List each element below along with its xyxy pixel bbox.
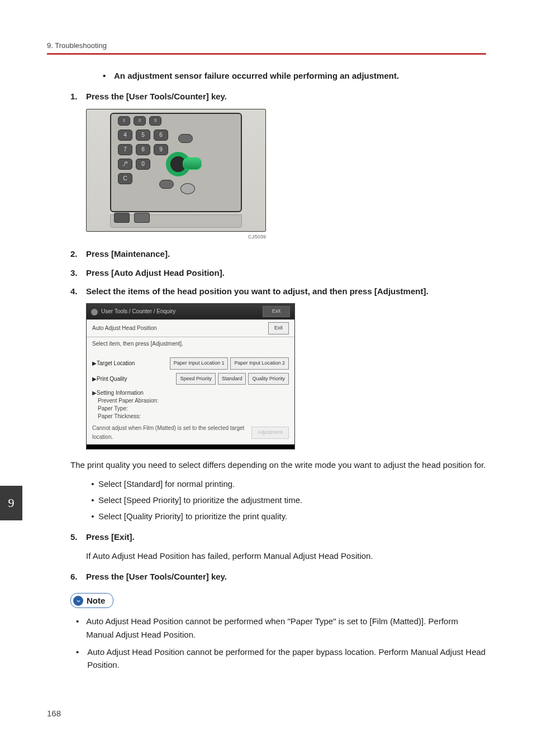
step4-num: 4. bbox=[70, 285, 86, 298]
chapter-tab: 9 bbox=[0, 486, 22, 520]
step2-num: 2. bbox=[70, 247, 86, 260]
note-badge: Note bbox=[70, 593, 113, 608]
step6-num: 6. bbox=[70, 570, 86, 583]
dlg-target-lab: ▶Target Location bbox=[92, 359, 135, 368]
dlg-settings-hd: ▶Setting Information bbox=[92, 389, 289, 397]
dlg-settings-l1: Prevent Paper Abrasion: bbox=[98, 397, 289, 405]
dlg-pq-b3: Quality Priority bbox=[248, 373, 289, 385]
pq-b2: Select [Speed Priority] to prioritize th… bbox=[98, 494, 302, 506]
dialog-illustration: User Tools / Counter / Enquiry Exit Auto… bbox=[86, 303, 295, 449]
dlg-foot-msg: Cannot adjust when Film (Matted) is set … bbox=[92, 424, 251, 441]
dlg-pq-b2: Standard bbox=[218, 373, 246, 385]
step6-text: Press the [User Tools/Counter] key. bbox=[86, 570, 227, 583]
pq-b3: Select [Quality Priority] to prioritize … bbox=[98, 510, 287, 523]
keypad-illustration: 1 2 3 4 5 6 7 8 9 ./* 0 C bbox=[86, 109, 486, 241]
note-arrow-icon bbox=[73, 596, 83, 606]
step1-text: Press the [User Tools/Counter] key. bbox=[86, 90, 227, 103]
dlg-ahp-label: Auto Adjust Head Position bbox=[92, 324, 157, 333]
illus1-caption: CJS039 bbox=[86, 233, 266, 241]
dlg-target-b2: Paper Input Location 2 bbox=[230, 357, 289, 370]
pq-paragraph: The print quality you need to select dif… bbox=[70, 458, 486, 471]
pq-b1: Select [Standard] for normal printing. bbox=[98, 477, 235, 490]
dlg-pq-b1: Speed Priority bbox=[176, 373, 216, 385]
step2-text: Press [Maintenance]. bbox=[86, 247, 170, 260]
dlg-title: User Tools / Counter / Enquiry bbox=[101, 308, 175, 314]
dlg-instr: Select item, then press [Adjustment]. bbox=[92, 339, 183, 348]
intro-bullet: An adjustment sensor failure occurred wh… bbox=[114, 69, 399, 82]
step5-text: Press [Exit]. bbox=[86, 530, 135, 543]
breadcrumb: 9. Troubleshooting bbox=[47, 41, 486, 50]
header-rule bbox=[47, 53, 486, 55]
step3-num: 3. bbox=[70, 266, 86, 279]
step1-num: 1. bbox=[70, 90, 86, 103]
gear-icon bbox=[91, 309, 98, 315]
dlg-adjustment-btn: Adjustment bbox=[251, 427, 289, 439]
dlg-exit-btn: Exit bbox=[268, 322, 289, 334]
dlg-settings-l3: Paper Thickness: bbox=[98, 413, 289, 420]
dlg-exit-top: Exit bbox=[263, 306, 290, 317]
note-1: Auto Adjust Head Position cannot be perf… bbox=[86, 615, 486, 641]
step4-text: Select the items of the head position yo… bbox=[86, 285, 429, 298]
step5-num: 5. bbox=[70, 530, 86, 543]
after-step5: If Auto Adjust Head Position has failed,… bbox=[86, 549, 486, 562]
dlg-target-b1: Paper Input Location 1 bbox=[170, 357, 229, 370]
note-label: Note bbox=[87, 594, 105, 607]
page-number: 168 bbox=[47, 709, 61, 718]
step3-text: Press [Auto Adjust Head Position]. bbox=[86, 266, 225, 279]
dlg-settings-l2: Paper Type: bbox=[98, 405, 289, 413]
bullet-dot: • bbox=[103, 69, 114, 82]
note-2: Auto Adjust Head Position cannot be perf… bbox=[87, 645, 486, 672]
dlg-pq-lab: ▶Print Quality bbox=[92, 375, 127, 384]
